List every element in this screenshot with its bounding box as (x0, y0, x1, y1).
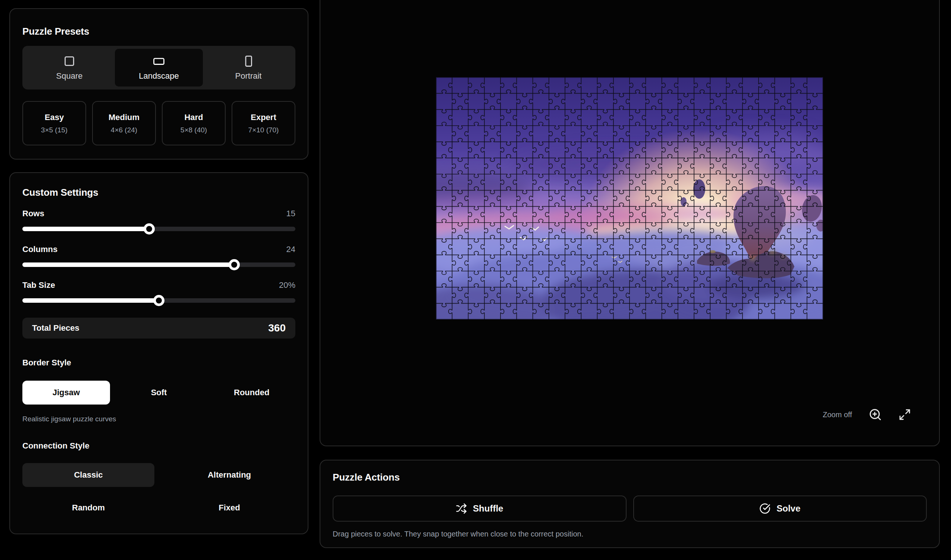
rows-slider-thumb[interactable] (143, 223, 155, 234)
difficulty-presets: Easy 3×5 (15) Medium 4×6 (24) Hard 5×8 (… (22, 101, 295, 145)
tab-size-slider[interactable] (22, 298, 295, 303)
border-style-options: Jigsaw Soft Rounded (22, 381, 295, 405)
shuffle-button[interactable]: Shuffle (333, 495, 626, 522)
preset-expert-button[interactable]: Expert 7×10 (70) (232, 101, 295, 145)
puzzle-actions-title: Puzzle Actions (333, 472, 927, 483)
preset-medium-label: Medium (109, 112, 140, 122)
connection-alternating-button[interactable]: Alternating (163, 463, 295, 487)
shuffle-button-label: Shuffle (473, 503, 503, 514)
solve-button[interactable]: Solve (633, 495, 927, 522)
preset-expert-detail: 7×10 (70) (248, 126, 279, 134)
puzzle-actions-panel: Puzzle Actions Shuffle Solve Drag pieces… (320, 460, 940, 548)
puzzle-preview-image[interactable] (436, 77, 823, 320)
connection-random-button[interactable]: Random (22, 496, 154, 520)
orientation-landscape[interactable]: Landscape (115, 49, 203, 86)
preset-medium-detail: 4×6 (24) (111, 126, 137, 134)
total-pieces-label: Total Pieces (32, 323, 79, 333)
columns-slider-fill (22, 263, 234, 267)
orientation-square-label: Square (56, 71, 83, 81)
connection-style-label: Connection Style (22, 441, 295, 451)
check-circle-icon (759, 503, 771, 514)
tab-size-slider-group: Tab Size 20% (22, 280, 295, 303)
border-style-help: Realistic jigsaw puzzle curves (22, 415, 295, 423)
presets-title: Puzzle Presets (22, 26, 295, 37)
preview-zoom-controls: Zoom off (823, 408, 911, 421)
columns-label: Columns (22, 245, 57, 254)
preset-hard-label: Hard (184, 112, 203, 122)
preset-expert-label: Expert (251, 112, 276, 122)
preset-medium-button[interactable]: Medium 4×6 (24) (92, 101, 156, 145)
orientation-segmented-control: Square Landscape Portrait (22, 46, 295, 89)
tab-size-slider-thumb[interactable] (153, 295, 165, 306)
tab-size-value: 20% (279, 280, 295, 290)
preset-easy-detail: 3×5 (15) (41, 126, 68, 134)
puzzle-presets-panel: Puzzle Presets Square Landscape Portrait… (9, 8, 308, 160)
puzzle-actions-help: Drag pieces to solve. They snap together… (333, 530, 927, 538)
border-style-jigsaw-button[interactable]: Jigsaw (22, 381, 110, 405)
rows-slider-group: Rows 15 (22, 209, 295, 231)
square-icon (63, 55, 76, 68)
portrait-icon (242, 55, 255, 68)
columns-value: 24 (286, 245, 295, 254)
preset-easy-button[interactable]: Easy 3×5 (15) (22, 101, 86, 145)
preset-hard-button[interactable]: Hard 5×8 (40) (162, 101, 226, 145)
custom-settings-panel: Custom Settings Rows 15 Columns 24 Tab S… (9, 172, 308, 534)
orientation-portrait[interactable]: Portrait (205, 49, 292, 86)
connection-classic-button[interactable]: Classic (22, 463, 154, 487)
orientation-portrait-label: Portrait (235, 71, 262, 81)
custom-settings-title: Custom Settings (22, 187, 295, 198)
tab-size-slider-fill (22, 298, 159, 303)
landscape-icon (152, 55, 165, 68)
border-style-soft-button[interactable]: Soft (115, 381, 203, 405)
connection-style-options: Classic Alternating Random Fixed (22, 463, 295, 520)
zoom-in-icon[interactable] (869, 408, 882, 421)
border-style-label: Border Style (22, 358, 295, 368)
rows-value: 15 (286, 209, 295, 218)
total-pieces-value: 360 (268, 322, 286, 334)
preset-hard-detail: 5×8 (40) (180, 126, 207, 134)
rows-slider[interactable] (22, 227, 295, 231)
jigsaw-grid-overlay (436, 77, 823, 320)
zoom-status-label: Zoom off (823, 411, 852, 419)
rows-label: Rows (22, 209, 45, 218)
fullscreen-icon[interactable] (899, 408, 911, 421)
preset-easy-label: Easy (45, 112, 64, 122)
total-pieces-row: Total Pieces 360 (22, 318, 295, 338)
border-style-rounded-button[interactable]: Rounded (208, 381, 295, 405)
solve-button-label: Solve (777, 503, 800, 514)
orientation-landscape-label: Landscape (139, 71, 179, 81)
rows-slider-fill (22, 227, 149, 231)
tab-size-label: Tab Size (22, 280, 55, 290)
columns-slider-thumb[interactable] (229, 259, 240, 270)
connection-fixed-button[interactable]: Fixed (163, 496, 295, 520)
shuffle-icon (456, 503, 467, 514)
columns-slider-group: Columns 24 (22, 245, 295, 267)
columns-slider[interactable] (22, 263, 295, 267)
orientation-square[interactable]: Square (25, 49, 113, 86)
